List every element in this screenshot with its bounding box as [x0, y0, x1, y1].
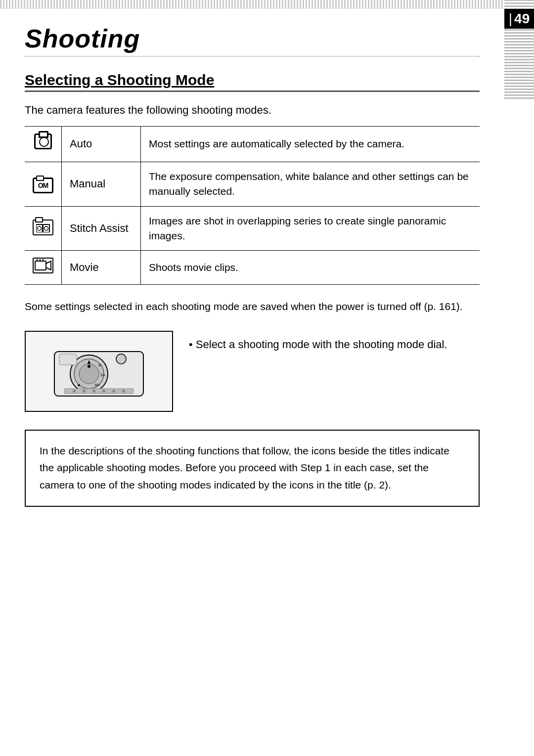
stitch-mode-name: Stitch Assist — [62, 206, 141, 251]
saved-note: Some settings selected in each shooting … — [25, 299, 480, 315]
manual-camera-icon: OM — [33, 178, 53, 193]
table-row: Movie Shoots movie clips. — [25, 251, 480, 285]
main-content: Shooting Selecting a Shooting Mode The c… — [0, 9, 504, 527]
page-pipe: | — [509, 11, 512, 27]
stitch-camera-icon — [33, 220, 53, 235]
page-number: | 49 — [504, 9, 534, 29]
modes-table: Auto Most settings are automatically sel… — [25, 126, 480, 285]
stitch-icon-cell — [25, 206, 62, 251]
svg-text:SA: SA — [100, 373, 105, 377]
info-box: In the descriptions of the shooting func… — [25, 430, 480, 507]
svg-rect-4 — [35, 261, 46, 270]
svg-point-3 — [44, 226, 48, 230]
step-instruction: Select a shooting mode with the shooting… — [189, 331, 480, 353]
auto-camera-icon — [34, 133, 52, 149]
svg-point-26 — [112, 390, 115, 393]
movie-svg — [35, 259, 51, 272]
auto-mode-name: Auto — [62, 127, 141, 162]
step-section: 1 A M SA MV ◀ — [25, 331, 480, 412]
step-image-box: 1 A M SA MV ◀ — [25, 331, 173, 412]
movie-mode-desc: Shoots movie clips. — [141, 251, 480, 285]
table-row: Stitch Assist Images are shot in overlap… — [25, 206, 480, 251]
svg-point-18 — [116, 354, 126, 364]
camera-top-view-svg: A M SA MV ◀ — [44, 339, 153, 403]
step-camera-image: A M SA MV ◀ — [26, 332, 172, 411]
top-border-decoration — [0, 0, 534, 9]
step-bullet: Select a shooting mode with the shooting… — [189, 336, 480, 353]
manual-icon-cell: OM — [25, 162, 62, 206]
table-row: Auto Most settings are automatically sel… — [25, 127, 480, 162]
manual-mode-desc: The exposure compensation, white balance… — [141, 162, 480, 206]
svg-point-25 — [102, 390, 105, 393]
info-box-text: In the descriptions of the shooting func… — [40, 445, 449, 490]
svg-point-23 — [83, 390, 86, 393]
auto-mode-desc: Most settings are automatically selected… — [141, 127, 480, 162]
svg-point-22 — [73, 390, 76, 393]
page-title: Shooting — [25, 19, 480, 57]
svg-point-1 — [38, 226, 42, 230]
svg-text:M: M — [98, 363, 101, 367]
svg-point-27 — [122, 390, 125, 393]
svg-marker-5 — [46, 261, 51, 270]
svg-rect-19 — [59, 354, 77, 365]
intro-text: The camera features the following shooti… — [25, 102, 480, 118]
svg-point-24 — [92, 390, 95, 393]
page-number-value: 49 — [514, 11, 530, 27]
manual-mode-name: Manual — [62, 162, 141, 206]
movie-mode-name: Movie — [62, 251, 141, 285]
stitch-svg — [36, 222, 50, 232]
svg-point-20 — [88, 365, 90, 368]
stitch-mode-desc: Images are shot in overlapping series to… — [141, 206, 480, 251]
movie-icon-cell — [25, 251, 62, 285]
auto-icon-cell — [25, 127, 62, 162]
movie-camera-icon — [33, 258, 53, 273]
svg-text:MV: MV — [95, 383, 100, 387]
section-title: Selecting a Shooting Mode — [25, 72, 480, 92]
table-row: OM Manual The exposure compensation, whi… — [25, 162, 480, 206]
